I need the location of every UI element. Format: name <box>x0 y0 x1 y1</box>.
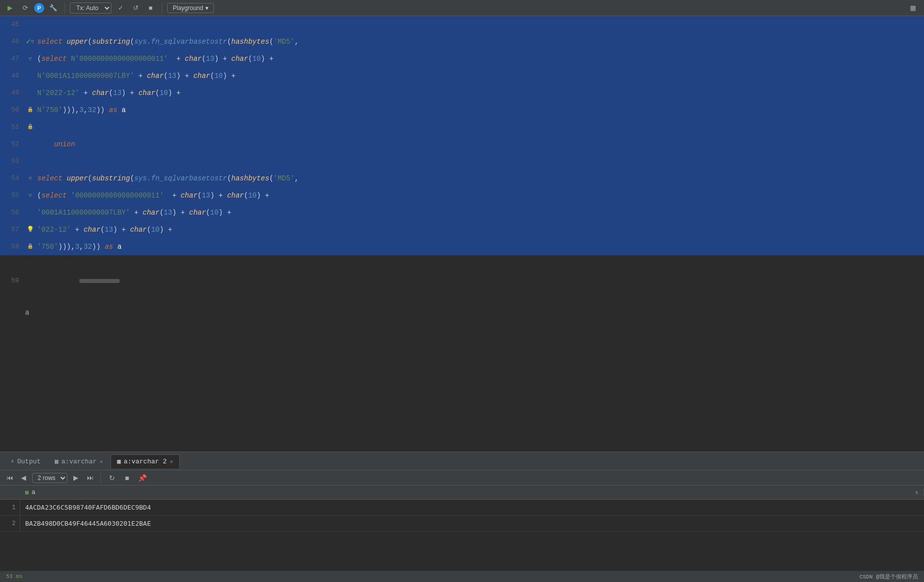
table-row: 48 N'0001A110000000007LBY' + char(13) + … <box>0 67 924 84</box>
line-number: 59 <box>0 272 25 289</box>
check-button[interactable]: ✓ <box>114 2 127 14</box>
next-page-button[interactable]: ▶ <box>70 472 81 483</box>
playground-button[interactable]: Playground ▾ <box>167 3 214 13</box>
line-gutter: 💡 <box>25 221 35 238</box>
table-row: 52 union <box>0 136 924 153</box>
line-content: '022-12' + char(13) + char(10) + <box>35 221 924 238</box>
stop-query-button[interactable]: ■ <box>121 472 133 484</box>
fold-icon[interactable]: ▽ <box>31 33 35 50</box>
line-number: 55 <box>0 187 25 204</box>
toolbar: ▶ ⟳ P 🔧 Tx: Auto ✓ ↺ ■ Playground ▾ ▦ <box>0 0 924 16</box>
line-content: N'0001A110000000007LBY' + char(13) + cha… <box>35 67 924 84</box>
line-content: '0001A110000000007LBY' + char(13) + char… <box>35 204 924 221</box>
rows-dropdown[interactable]: 2 rows <box>32 473 67 483</box>
line-content: select upper(substring(sys.fn_sqlvarbase… <box>35 33 924 50</box>
table-icon-2: ▦ <box>117 458 121 465</box>
tab-a-varchar[interactable]: ▦ a:varchar ✕ <box>48 454 109 468</box>
status-bar: 53 ms CSDN @我是个假程序员 <box>0 571 924 582</box>
lock-icon: 🔒 <box>27 119 33 136</box>
grid-button[interactable]: ▦ <box>906 2 920 14</box>
variable-display: a <box>0 307 924 319</box>
bottom-panel: ⚡ Output ▦ a:varchar ✕ ▦ a:varchar 2 ✕ ⏮… <box>0 451 924 582</box>
table-row: 59 <box>0 255 924 307</box>
tab-output[interactable]: ⚡ Output <box>4 454 47 468</box>
close-icon-2[interactable]: ✕ <box>170 458 173 465</box>
pin-button[interactable]: 📌 <box>136 472 148 484</box>
table-row: 56 '0001A110000000007LBY' + char(13) + c… <box>0 204 924 221</box>
table-row: 57 💡 '022-12' + char(13) + char(10) + <box>0 221 924 238</box>
tab-a-varchar-2-label: a:varchar 2 <box>124 458 167 465</box>
results-table: ▦ a ⇅ 1 4ACDA23C6C5B98740FAFD6BD6DEC9BD4… <box>0 486 924 582</box>
code-editor[interactable]: 45 46 ✓ ▽ select upper(substring(sys.fn_… <box>0 16 924 451</box>
run-button[interactable]: ▶ <box>4 2 16 14</box>
line-gutter: ▽ <box>25 187 35 204</box>
stop-button[interactable]: ■ <box>145 2 157 14</box>
line-gutter: ▽ <box>25 170 35 187</box>
line-number: 54 <box>0 170 25 187</box>
separator2 <box>162 3 162 13</box>
line-number: 46 <box>0 33 25 50</box>
row-number: 2 <box>0 516 20 531</box>
line-number: 51 <box>0 119 25 136</box>
bottom-toolbar: ⏮ ◀ 2 rows ▶ ⏭ ↻ ■ 📌 <box>0 470 924 486</box>
tab-a-varchar-2[interactable]: ▦ a:varchar 2 ✕ <box>110 454 180 468</box>
playground-label: Playground <box>173 5 203 12</box>
lock-icon: 🔒 <box>27 102 33 119</box>
table-row: 53 <box>0 153 924 170</box>
separator <box>64 3 65 13</box>
line-content <box>35 255 924 307</box>
settings-button[interactable]: 🔧 <box>47 2 59 14</box>
code-lines: 45 46 ✓ ▽ select upper(substring(sys.fn_… <box>0 16 924 307</box>
fold-icon[interactable]: ▽ <box>29 170 32 187</box>
line-number: 49 <box>0 84 25 102</box>
line-content: union <box>35 136 924 153</box>
tab-output-label: Output <box>17 458 41 465</box>
close-icon[interactable]: ✕ <box>100 458 103 465</box>
history-button[interactable]: ⟳ <box>19 2 31 14</box>
table-row: 55 ▽ (select '00000000000000000011' + ch… <box>0 187 924 204</box>
column-header-a[interactable]: ▦ a ⇅ <box>20 489 924 496</box>
column-type-icon: ▦ <box>25 489 29 496</box>
profile-button[interactable]: P <box>34 3 44 13</box>
table-row: 45 <box>0 16 924 33</box>
line-number: 45 <box>0 16 25 33</box>
line-number: 50 <box>0 102 25 119</box>
line-gutter: 🔒 <box>25 238 35 255</box>
line-content: N'2022-12' + char(13) + char(10) + <box>35 84 924 102</box>
line-gutter: 🔒 <box>25 102 35 119</box>
line-number: 52 <box>0 136 25 153</box>
table-icon: ▦ <box>55 458 58 465</box>
line-content: (select '00000000000000000011' + char(13… <box>35 187 924 204</box>
fold-icon[interactable]: ▽ <box>29 187 32 204</box>
sort-icon: ⇅ <box>915 490 918 496</box>
table-row: 46 ✓ ▽ select upper(substring(sys.fn_sql… <box>0 33 924 50</box>
line-number: 56 <box>0 204 25 221</box>
first-page-button[interactable]: ⏮ <box>4 472 15 483</box>
table-row: 51 🔒 <box>0 119 924 136</box>
output-icon: ⚡ <box>11 458 14 465</box>
table-row: 2 BA2B498D0CB49F46445A6030201E2BAE <box>0 516 924 532</box>
check-icon: ✓ <box>26 33 31 50</box>
cell-value: BA2B498D0CB49F46445A6030201E2BAE <box>20 520 156 527</box>
refresh-button[interactable]: ↻ <box>106 472 118 484</box>
bottom-tabs: ⚡ Output ▦ a:varchar ✕ ▦ a:varchar 2 ✕ <box>0 452 924 470</box>
line-content: '750'))),3,32)) as a <box>35 238 924 255</box>
last-page-button[interactable]: ⏭ <box>84 472 95 483</box>
table-row: 47 ▽ (select N'00000000000000000011' + c… <box>0 50 924 67</box>
row-number: 1 <box>0 500 20 515</box>
lock-icon: 🔒 <box>27 238 33 255</box>
tx-dropdown[interactable]: Tx: Auto <box>70 3 111 14</box>
tab-a-varchar-label: a:varchar <box>61 458 96 465</box>
line-number: 57 <box>0 221 25 238</box>
prev-page-button[interactable]: ◀ <box>18 472 29 483</box>
lightbulb-icon[interactable]: 💡 <box>27 221 34 238</box>
separator3 <box>100 473 101 483</box>
line-content: select upper(substring(sys.fn_sqlvarbase… <box>35 170 924 187</box>
query-timing: 53 ms <box>6 573 23 579</box>
table-row: 50 🔒 N'750'))),3,32)) as a <box>0 102 924 119</box>
table-row: 58 🔒 '750'))),3,32)) as a <box>0 238 924 255</box>
undo-button[interactable]: ↺ <box>130 2 142 14</box>
line-content: N'750'))),3,32)) as a <box>35 102 924 119</box>
line-number: 48 <box>0 67 25 84</box>
fold-icon[interactable]: ▽ <box>29 50 32 67</box>
